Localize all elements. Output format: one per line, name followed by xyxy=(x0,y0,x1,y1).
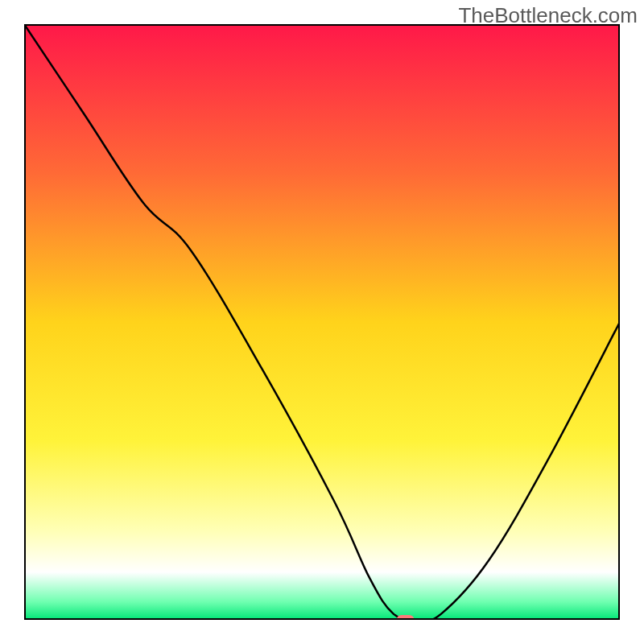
watermark-text: TheBottleneck.com xyxy=(458,3,638,28)
gradient-background xyxy=(24,24,620,620)
chart-area xyxy=(24,24,620,620)
chart-container: TheBottleneck.com xyxy=(0,0,644,644)
chart-svg xyxy=(24,24,620,620)
